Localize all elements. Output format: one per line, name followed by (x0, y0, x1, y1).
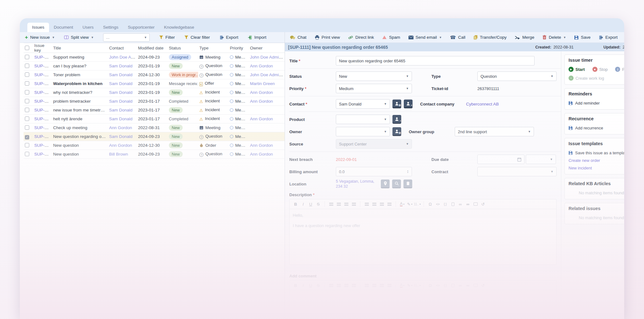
location-link[interactable]: 5 Vegagatan, Lomma, 234 32 (336, 179, 378, 189)
bold-icon[interactable]: B (292, 282, 299, 288)
export-button[interactable]: Export (219, 35, 238, 40)
add-product-button[interactable]: ▪ (392, 115, 401, 124)
tab-supportcenter[interactable]: Supportcenter (123, 23, 159, 32)
save-button[interactable]: Save (574, 35, 591, 40)
table-row[interactable]: SUP-1117why not timetracker?Sam Donald20… (24, 88, 285, 97)
tab-issues[interactable]: Issues (27, 23, 49, 32)
contact-link[interactable]: Sam Donald (109, 134, 132, 139)
contact-link[interactable]: Sam Donald (109, 64, 132, 68)
table-row[interactable]: SUP-1107New questionAnn Gordon2024-12-30… (24, 141, 285, 150)
send-email-button[interactable]: Send email▼ (408, 35, 442, 40)
template-link[interactable]: New incident (569, 166, 592, 170)
row-checkbox[interactable] (25, 72, 29, 77)
map-pin-button[interactable] (381, 179, 390, 188)
call-button[interactable]: ☎ Call (450, 35, 465, 40)
omega-icon[interactable]: Ω (427, 282, 434, 288)
row-checkbox[interactable] (25, 125, 29, 130)
table-row[interactable]: SUP-1115new issue from me timetrackerSam… (24, 106, 285, 115)
contact-link[interactable]: Sam Donald (109, 72, 132, 77)
direct-link-button[interactable]: Direct link (348, 35, 374, 40)
omega-icon[interactable]: Ω (427, 201, 434, 207)
row-checkbox[interactable] (25, 64, 29, 68)
contact-link[interactable]: Ann Gordon (109, 125, 132, 130)
numbered-list-icon[interactable] (371, 201, 378, 207)
edit-contact-button[interactable]: ⚙ (392, 100, 401, 108)
due-date-input[interactable] (477, 155, 525, 164)
contact-link[interactable]: Sam Donald (109, 90, 132, 95)
row-checkbox[interactable] (25, 81, 29, 86)
outdent-icon[interactable] (378, 201, 385, 207)
col-issue-key[interactable]: Issue key (33, 43, 52, 53)
align-center-icon[interactable] (335, 282, 342, 288)
col-modified-date[interactable]: Modified date (137, 43, 168, 53)
contact-link[interactable]: John Doe Adm... (109, 55, 137, 60)
comment-content[interactable] (290, 290, 556, 312)
add-contact-button[interactable]: + (404, 100, 413, 108)
undo-icon[interactable]: ↺ (480, 282, 486, 288)
issue-key-link[interactable]: SUP-1121 (34, 55, 52, 60)
due-time-select[interactable]: ▼ (526, 155, 556, 164)
row-checkbox[interactable] (25, 99, 29, 103)
text-color-icon[interactable]: A▾ (399, 201, 406, 207)
tab-settings[interactable]: Settings (98, 23, 123, 32)
bullet-list-icon[interactable] (363, 282, 370, 288)
owner-link[interactable]: Ann Gordon (250, 64, 273, 68)
align-justify-icon[interactable] (350, 282, 357, 288)
issue-key-link[interactable]: SUP-1116 (34, 99, 52, 104)
issue-key-link[interactable]: SUP-1107 (34, 143, 52, 148)
chat-button[interactable]: Chat (290, 35, 307, 40)
contact-link[interactable]: Ann Gordon (109, 143, 132, 148)
image-icon[interactable] (472, 282, 479, 288)
filter-button[interactable]: Filter (159, 35, 175, 40)
owner-link[interactable]: Martin Green (250, 81, 275, 86)
add-recurrence-button[interactable]: Add recurrence (569, 126, 624, 130)
row-checkbox[interactable] (25, 108, 29, 112)
owner-link[interactable]: Ann Gordon (250, 143, 273, 148)
table-row[interactable]: SUP-1121Support meetingJohn Doe Adm...20… (24, 53, 285, 62)
billing-amount-input[interactable]: 0.0 ▲▼ (336, 167, 412, 176)
timer-pause-button[interactable]: ∥Pause (615, 67, 624, 72)
owner-link[interactable]: John Doe Admin... (250, 72, 285, 77)
table-row[interactable]: SUP-1118Waterproblem in kitchenSam Donal… (24, 79, 285, 88)
code-block-icon[interactable]: {;} (442, 282, 449, 288)
status-select[interactable]: New▼ (336, 71, 412, 81)
add-reminder-button[interactable]: Add reminder (569, 101, 624, 105)
code-block-icon[interactable]: {;} (442, 201, 449, 207)
transfer-copy-button[interactable]: Transfer/Copy (474, 35, 507, 40)
code-icon[interactable]: <> (434, 201, 441, 207)
title-input[interactable] (336, 56, 535, 66)
description-editor[interactable]: BIUSA▾✎▾11..▾Ω<>{;}∞∞↺ Hello, I have a q… (289, 199, 557, 265)
contact-link[interactable]: Sam Donald (109, 81, 132, 86)
timer-stop-button[interactable]: ■Stop (592, 67, 608, 72)
contact-link[interactable]: Sam Donald (109, 117, 132, 121)
col-owner[interactable]: Owner (249, 43, 285, 53)
outdent-icon[interactable] (378, 282, 385, 288)
highlight-icon[interactable]: ✎▾ (406, 282, 413, 288)
issue-key-link[interactable]: SUP-1119 (34, 72, 52, 77)
location-search-button[interactable] (392, 179, 401, 188)
highlight-icon[interactable]: ✎▾ (406, 201, 413, 207)
row-checkbox[interactable] (25, 55, 29, 59)
italic-icon[interactable]: I (300, 201, 307, 207)
contact-company-link[interactable]: Cyberconnect AB (466, 102, 499, 106)
owner-link[interactable]: Ann Gordon (250, 90, 273, 95)
align-right-icon[interactable] (343, 282, 350, 288)
row-checkbox[interactable]: ✓ (25, 135, 29, 140)
numbered-list-icon[interactable] (371, 282, 378, 288)
table-row[interactable]: ✓SUP-1111New question regarding order 6.… (24, 132, 285, 141)
owner-link[interactable]: Ann Gordon (250, 152, 273, 157)
clear-filter-button[interactable]: Clear filter (184, 35, 210, 40)
description-content[interactable]: Hello, I have a question regarding new o… (290, 209, 556, 265)
link-icon[interactable]: ∞ (457, 201, 464, 207)
delete-button[interactable]: Delete▼ (542, 35, 566, 40)
priority-select[interactable]: Medium▼ (336, 84, 412, 93)
spam-button[interactable]: Spam (382, 35, 400, 40)
tab-knowledgebase[interactable]: Knowledgebase (159, 23, 199, 32)
col-status[interactable]: Status (168, 43, 198, 53)
contract-select[interactable]: ▼ (477, 167, 557, 176)
align-justify-icon[interactable] (350, 201, 357, 207)
font-size-icon[interactable]: 11..▾ (414, 282, 421, 288)
bullet-list-icon[interactable] (363, 201, 370, 207)
location-delete-button[interactable] (403, 179, 412, 188)
table-row[interactable]: SUP-1116problem timetrackerSam Donald202… (24, 97, 285, 106)
